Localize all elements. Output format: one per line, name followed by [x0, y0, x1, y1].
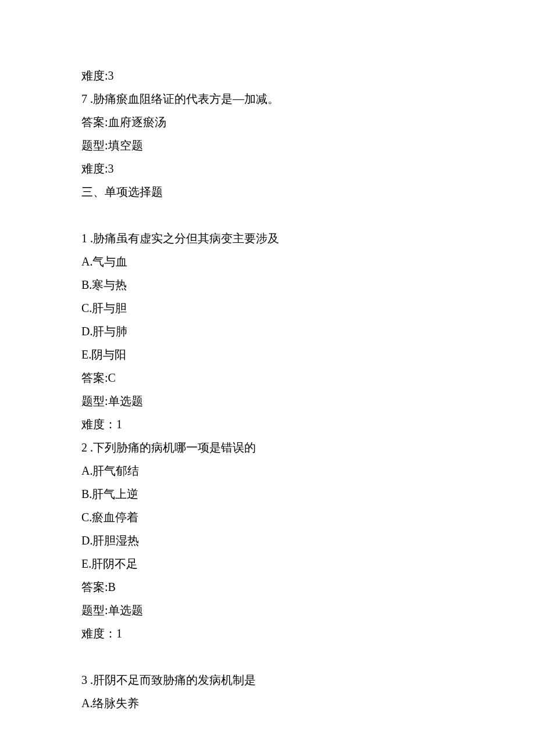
- answer-line: 答案:血府逐瘀汤: [81, 110, 454, 134]
- question-type-line: 题型:填空题: [81, 134, 454, 157]
- option-a: A.络脉失养: [81, 691, 454, 715]
- answer-line: 答案:C: [81, 366, 454, 389]
- question-type-line: 题型:单选题: [81, 599, 454, 622]
- option-c: C.瘀血停着: [81, 506, 454, 529]
- fill-question-7: 7 .胁痛瘀血阻络证的代表方是—加减。: [81, 87, 454, 110]
- question-type-line: 题型:单选题: [81, 389, 454, 413]
- option-e: E.肝阴不足: [81, 552, 454, 575]
- mcq-question-2: 2 .下列胁痛的病机哪一项是错误的: [81, 436, 454, 459]
- option-d: D.肝胆湿热: [81, 529, 454, 552]
- option-a: A.肝气郁结: [81, 459, 454, 482]
- option-b: B.肝气上逆: [81, 482, 454, 506]
- difficulty-line: 难度:3: [81, 64, 454, 87]
- blank-gap: [81, 203, 454, 227]
- option-b: B.寒与热: [81, 273, 454, 296]
- option-a: A.气与血: [81, 250, 454, 273]
- difficulty-line: 难度：1: [81, 622, 454, 645]
- difficulty-line: 难度：1: [81, 413, 454, 436]
- difficulty-line: 难度:3: [81, 157, 454, 180]
- section-heading-mcq: 三、单项选择题: [81, 180, 454, 203]
- option-c: C.肝与胆: [81, 296, 454, 320]
- mcq-question-3: 3 .肝阴不足而致胁痛的发病机制是: [81, 668, 454, 691]
- blank-gap: [81, 645, 454, 668]
- answer-line: 答案:B: [81, 575, 454, 599]
- option-e: E.阴与阳: [81, 343, 454, 366]
- mcq-question-1: 1 .胁痛虽有虚实之分但其病变主要涉及: [81, 227, 454, 250]
- option-d: D.肝与肺: [81, 320, 454, 343]
